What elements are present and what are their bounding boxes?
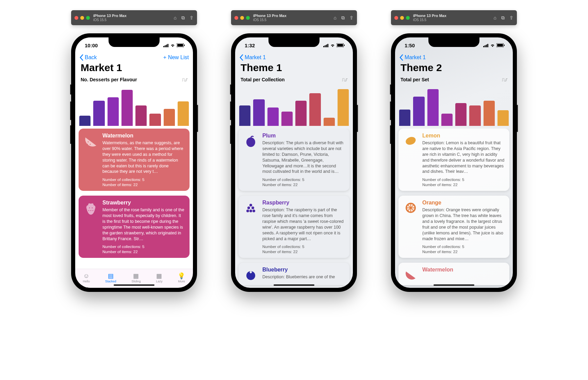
screenshot-icon[interactable]: ⧉ bbox=[181, 15, 185, 21]
traffic-min-icon[interactable] bbox=[400, 16, 404, 20]
home-icon[interactable]: ⌂ bbox=[174, 15, 177, 21]
home-icon[interactable]: ⌂ bbox=[334, 15, 337, 21]
svg-point-10 bbox=[89, 208, 90, 208]
svg-point-24 bbox=[247, 206, 250, 209]
page-title: Market 1 bbox=[75, 61, 193, 77]
home-indicator[interactable] bbox=[114, 284, 154, 286]
svg-rect-21 bbox=[344, 45, 345, 46]
back-button[interactable]: Back bbox=[79, 54, 97, 61]
plum-icon bbox=[243, 133, 258, 187]
wifi-icon bbox=[490, 44, 495, 47]
card-collections-count: Number of collections: 5 bbox=[422, 177, 505, 182]
share-icon[interactable]: ⇪ bbox=[190, 15, 194, 21]
traffic-close-icon[interactable] bbox=[234, 16, 238, 20]
home-indicator[interactable] bbox=[434, 284, 474, 286]
card-title: Plum bbox=[262, 133, 345, 139]
sim-titlebar: iPhone 13 Pro Max iOS 15.5 ⌂ ⧉ ⇪ bbox=[391, 10, 517, 25]
raspberry-icon bbox=[243, 200, 258, 254]
svg-rect-35 bbox=[497, 44, 503, 47]
tab-stacked[interactable]: ▤Stacked bbox=[105, 273, 116, 283]
chart-bar bbox=[324, 118, 335, 126]
notch bbox=[268, 37, 320, 47]
fruit-card-blueberry[interactable]: Blueberry Description: Blueberries are o… bbox=[239, 263, 349, 285]
svg-point-13 bbox=[88, 210, 89, 211]
card-items-count: Number of items: 22 bbox=[102, 182, 185, 187]
traffic-max-icon[interactable] bbox=[246, 16, 250, 20]
card-collections-count: Number of collections: 5 bbox=[262, 177, 345, 182]
traffic-min-icon[interactable] bbox=[80, 16, 84, 20]
card-collections-count: Number of collections: 5 bbox=[102, 177, 185, 182]
card-title: Blueberry bbox=[262, 267, 345, 273]
back-button[interactable]: Market 1 bbox=[239, 54, 266, 61]
fruit-card-plum[interactable]: Plum Description: The plum is a diverse … bbox=[239, 129, 349, 191]
fruit-card-orange[interactable]: Orange Description: Orange trees were or… bbox=[398, 196, 509, 258]
stacked-icon: ▤ bbox=[108, 273, 114, 279]
svg-point-11 bbox=[92, 208, 93, 208]
svg-point-27 bbox=[249, 210, 252, 212]
svg-rect-33 bbox=[487, 44, 488, 47]
chart-bar bbox=[441, 114, 453, 126]
traffic-min-icon[interactable] bbox=[240, 16, 244, 20]
card-items-count: Number of items: 22 bbox=[422, 182, 505, 187]
card-title: Watermelon bbox=[422, 267, 505, 273]
new-list-button[interactable]: + New List bbox=[163, 54, 189, 61]
screenshot-icon[interactable]: ⧉ bbox=[341, 15, 345, 21]
card-description: Description: The raspberry is part of th… bbox=[262, 207, 345, 242]
tab-hello[interactable]: ☺Hello bbox=[83, 273, 90, 283]
svg-rect-5 bbox=[177, 44, 183, 47]
bar-chart bbox=[79, 85, 189, 126]
chart-bar bbox=[178, 101, 189, 126]
chart-bar bbox=[93, 101, 104, 126]
svg-rect-3 bbox=[167, 44, 168, 47]
battery-icon bbox=[496, 43, 505, 47]
activity-icon[interactable]: ⎍⎎ bbox=[182, 77, 187, 82]
fruit-card-raspberry[interactable]: Raspberry Description: The raspberry is … bbox=[239, 196, 349, 258]
svg-rect-18 bbox=[327, 44, 328, 47]
svg-point-26 bbox=[246, 210, 249, 212]
sim-device-label: iPhone 13 Pro Max bbox=[93, 14, 127, 18]
watermelon-icon bbox=[403, 267, 418, 282]
home-indicator[interactable] bbox=[274, 284, 314, 286]
share-icon[interactable]: ⇪ bbox=[509, 15, 513, 21]
card-description: Watermelons, as the name suggests, are o… bbox=[102, 140, 185, 175]
chart-bar bbox=[108, 97, 119, 126]
chart-bar bbox=[295, 101, 307, 126]
notch bbox=[428, 37, 479, 47]
fruit-card-lemon[interactable]: Lemon Description: Lemon is a beautiful … bbox=[398, 129, 509, 191]
traffic-close-icon[interactable] bbox=[75, 16, 78, 20]
signal-icon bbox=[323, 44, 329, 47]
traffic-max-icon[interactable] bbox=[406, 16, 410, 20]
bulb-icon: 💡 bbox=[178, 273, 185, 279]
fruit-card-strawberry[interactable]: Strawberry Member of the rose family and… bbox=[79, 196, 190, 258]
activity-icon[interactable]: ⎍⎎ bbox=[342, 77, 347, 82]
home-icon[interactable]: ⌂ bbox=[494, 15, 496, 21]
chart-bar bbox=[484, 101, 495, 126]
back-label: Back bbox=[85, 54, 97, 61]
activity-icon[interactable]: ⎍⎎ bbox=[502, 77, 507, 82]
chart-bar bbox=[469, 105, 480, 126]
battery-icon bbox=[177, 43, 185, 47]
back-button[interactable]: Market 1 bbox=[399, 54, 426, 61]
fruit-card-watermelon[interactable]: Watermelon Watermelons, as the name sugg… bbox=[79, 129, 190, 191]
tab-sliding[interactable]: ▦Sliding bbox=[131, 273, 141, 283]
blueberry-icon bbox=[243, 267, 258, 282]
sim-os-label: iOS 15.5 bbox=[93, 18, 127, 22]
screenshot-icon[interactable]: ⧉ bbox=[501, 15, 505, 21]
traffic-max-icon[interactable] bbox=[86, 16, 90, 20]
chart-bar bbox=[79, 116, 91, 126]
svg-rect-17 bbox=[326, 45, 327, 47]
card-description: Description: Blueberries are one of the bbox=[262, 274, 345, 280]
svg-rect-6 bbox=[184, 45, 185, 46]
share-icon[interactable]: ⇪ bbox=[349, 15, 354, 21]
orange-icon bbox=[403, 200, 418, 254]
sim-device-label: iPhone 13 Pro Max bbox=[413, 14, 446, 18]
fruit-card-watermelon[interactable]: Watermelon bbox=[398, 263, 509, 285]
card-items-count: Number of items: 22 bbox=[262, 249, 345, 254]
traffic-close-icon[interactable] bbox=[394, 16, 398, 20]
tab-lazy[interactable]: ▦Lazy bbox=[156, 273, 162, 283]
tab-more[interactable]: 💡More bbox=[178, 273, 185, 283]
chart-bar bbox=[399, 110, 410, 126]
section-title: No. Desserts per Flavour bbox=[81, 77, 137, 82]
svg-point-7 bbox=[88, 142, 89, 143]
sim-os-label: iOS 15.5 bbox=[253, 18, 287, 22]
